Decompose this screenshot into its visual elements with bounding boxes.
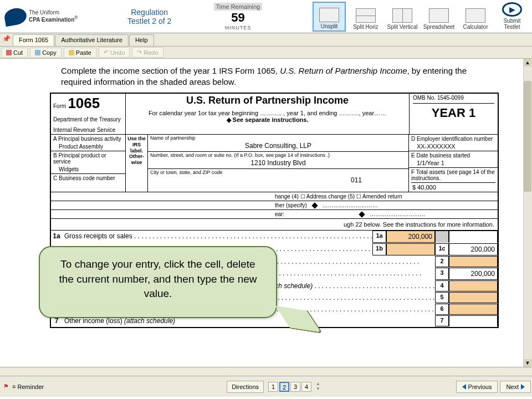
top-toolbar: The Uniform CPA Examination® Regulation …	[0, 0, 532, 33]
triangle-right-icon	[521, 384, 525, 390]
check-row-h: ther (specify)…………………………	[51, 201, 498, 210]
cell-4[interactable]	[449, 280, 498, 291]
window-icon	[319, 8, 339, 22]
submit-testlet-button[interactable]: Submit Testlet	[495, 2, 529, 32]
page-2[interactable]: 2	[279, 382, 289, 392]
total-assets: $ 40,000	[411, 182, 495, 191]
logo-swoosh-icon	[3, 6, 28, 26]
unsplit-button[interactable]: Unsplit	[313, 2, 346, 32]
cell-1c: 200,000	[449, 243, 498, 255]
caution-row: ugh 22 below. See the instructions for m…	[51, 219, 498, 231]
irs-label: Internal Revenue Service	[53, 127, 123, 133]
year-label: YEAR 1	[413, 106, 494, 120]
redo-button[interactable]: ↷Redo	[132, 47, 163, 58]
spreadsheet-button[interactable]: Spreadsheet	[422, 2, 456, 32]
cut-button[interactable]: Cut	[1, 48, 28, 58]
horizontal-scrollbar[interactable]	[0, 367, 532, 376]
submit-arrow-icon	[502, 2, 522, 17]
logo-line2: CPA Examination	[29, 17, 74, 23]
scroll-up-arrow-icon[interactable]: ▲	[524, 59, 531, 66]
hint-text: To change your entry, click the cell, de…	[59, 258, 257, 299]
hint-bubble: To change your entry, click the cell, de…	[39, 246, 277, 318]
regulation-block: Regulation Testlet 2 of 2	[127, 8, 171, 25]
time-remaining-block: Time Remaining 59 MINUTES	[204, 3, 271, 30]
reminder-label: = Reminder	[12, 383, 44, 390]
page-numbers: 1 2 3 4	[268, 382, 311, 392]
scissors-icon	[6, 50, 12, 55]
undo-icon: ↶	[104, 49, 109, 56]
tab-help[interactable]: Help	[129, 34, 154, 46]
footer-bar: ⚑ = Reminder Directions 1 2 3 4 ▲▼ Previ…	[0, 376, 532, 397]
time-value: 59	[204, 11, 271, 25]
paste-icon	[69, 50, 74, 55]
copy-button[interactable]: Copy	[30, 48, 62, 58]
address: 1210 Industry Blvd	[150, 158, 406, 168]
page-4[interactable]: 4	[301, 382, 311, 392]
chevron-down-icon: ▼	[316, 387, 320, 391]
partnership-name: Sabre Consulting, LLP	[150, 141, 406, 151]
flag-icon: ⚑	[3, 383, 9, 390]
redo-icon: ↷	[137, 49, 142, 56]
calculator-button[interactable]: Calculator	[459, 2, 492, 32]
form-title: U.S. Return of Partnership Income	[128, 95, 407, 106]
content-area: ▲ ▼ Complete the income section of the y…	[0, 59, 532, 367]
cell-5[interactable]	[449, 292, 498, 303]
split-horiz-button[interactable]: Split Horiz	[349, 2, 382, 32]
time-units: MINUTES	[204, 25, 271, 30]
undo-button[interactable]: ↶Undo	[99, 47, 130, 58]
diamond-icon	[359, 211, 365, 217]
cell-6[interactable]	[449, 304, 498, 315]
tab-authoritative-literature[interactable]: Authoritative Literature	[55, 34, 129, 46]
page-3[interactable]: 3	[290, 382, 300, 392]
vertical-scrollbar[interactable]: ▲ ▼	[523, 59, 532, 367]
tab-form1065[interactable]: Form 1065	[13, 34, 54, 46]
pin-icon: 📌	[2, 35, 10, 46]
split-vert-icon	[392, 8, 412, 23]
info-grid: A Principal business activityProduct Ass…	[51, 135, 498, 192]
check-row-i: ear:…………………………	[51, 210, 498, 219]
time-label: Time Remaining	[214, 3, 263, 11]
triangle-left-icon	[462, 384, 466, 390]
use-irs-label: Use theIRSlabel.Other-wise	[126, 135, 148, 192]
reg-line2: Testlet 2 of 2	[127, 17, 171, 25]
paste-button[interactable]: Paste	[64, 48, 96, 58]
copy-icon	[35, 50, 40, 55]
calendar-year-line: For calendar year 1or tax year beginning…	[128, 110, 407, 116]
scroll-thumb[interactable]	[524, 81, 531, 192]
tool-buttons: Unsplit Split Horiz Split Vertical Sprea…	[313, 2, 532, 32]
logo-area: The Uniform CPA Examination®	[0, 8, 111, 25]
logo-text: The Uniform CPA Examination®	[29, 9, 78, 23]
cell-1b[interactable]	[386, 243, 435, 255]
dept-treasury: Department of the Treasury	[53, 116, 123, 122]
see-instructions: ◆ See separate instructions.	[128, 116, 407, 124]
split-vert-button[interactable]: Split Vertical	[386, 2, 419, 32]
reg-line1: Regulation	[127, 8, 171, 17]
chevron-up-icon: ▲	[316, 382, 320, 386]
tabs-row: 📌 Form 1065 Authoritative Literature Hel…	[0, 33, 532, 47]
next-button[interactable]: Next	[500, 381, 531, 393]
spreadsheet-icon	[429, 8, 449, 23]
split-horiz-icon	[356, 8, 376, 23]
previous-button[interactable]: Previous	[456, 381, 498, 393]
scroll-down-arrow-icon[interactable]: ▼	[524, 359, 531, 367]
edit-toolbar: Cut Copy Paste ↶Undo ↷Redo	[0, 47, 532, 59]
instruction-text: Complete the income section of the year …	[0, 59, 532, 93]
directions-button[interactable]: Directions	[227, 381, 264, 393]
omb-number: OMB No. 1545-0099	[413, 95, 494, 104]
calculator-icon	[466, 8, 485, 23]
form-number: 1065	[68, 95, 100, 111]
cell-2[interactable]	[449, 256, 498, 267]
page-1[interactable]: 1	[268, 382, 278, 392]
cell-1a[interactable]: 200,000	[386, 231, 435, 243]
cell-3: 200,000	[449, 268, 498, 280]
diamond-icon	[311, 202, 318, 208]
form-header: Form 1065 Department of the Treasury Int…	[51, 94, 498, 135]
page-arrow-group[interactable]: ▲▼	[316, 382, 320, 391]
logo-line1: The Uniform	[29, 9, 78, 16]
check-row-g: hange (4) ☐ Address change (5) ☐ Amended…	[51, 192, 498, 201]
